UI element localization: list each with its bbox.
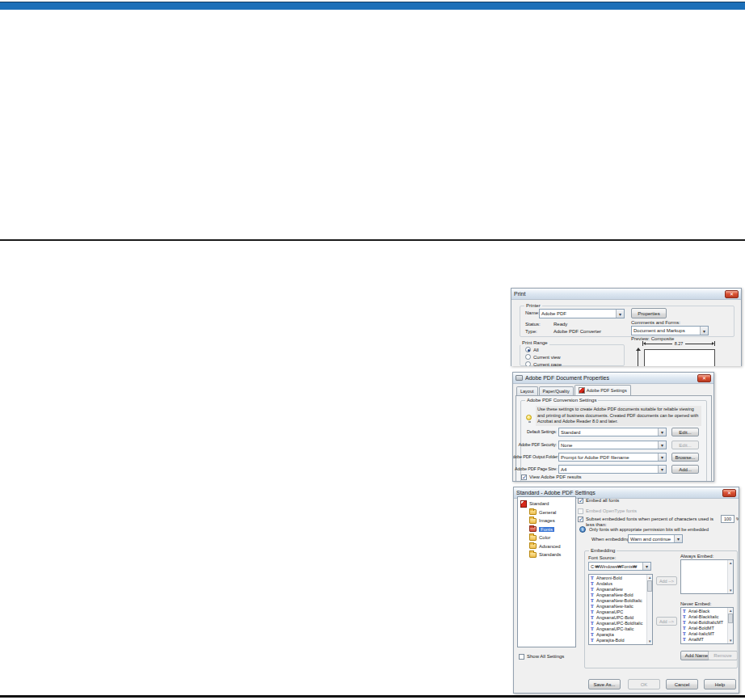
always-embed-list[interactable]	[680, 559, 734, 594]
font-source-select[interactable]: C:₩Windows₩Fonts₩	[588, 562, 651, 571]
add-page-size-button[interactable]: Add...	[671, 465, 699, 474]
font-list-item[interactable]: AngsanaNew-Italic	[589, 604, 646, 609]
always-embed-label: Always Embed:	[680, 554, 713, 559]
truetype-icon	[591, 598, 595, 604]
truetype-icon	[591, 609, 595, 615]
font-list-item[interactable]: AngsanaUPC-Bold	[589, 615, 646, 621]
radio-current-page[interactable]: Current page	[525, 361, 562, 366]
type-label: Type:	[525, 329, 537, 334]
never-embed-item[interactable]: Arial-ItalicMT	[681, 631, 726, 637]
tree-item-standards[interactable]: Standards	[518, 550, 575, 559]
printer-name-select[interactable]: Adobe PDF	[539, 309, 625, 318]
font-list-item[interactable]: Aparajita-Bold	[589, 638, 646, 643]
checkbox-box	[578, 517, 583, 522]
embed-opentype-checkbox[interactable]: Embed OpenType fonts	[578, 508, 637, 514]
when-embedding-label: When embedding	[591, 537, 629, 542]
subset-fonts-checkbox[interactable]: Subset embedded fonts when percent of ch…	[578, 517, 722, 528]
close-icon[interactable]	[697, 374, 711, 382]
truetype-icon	[591, 604, 595, 609]
font-list-item[interactable]: AngsanaUPC-BoldItalic	[589, 621, 646, 626]
font-list-item[interactable]: AngsanaNew	[589, 587, 646, 592]
page-size-select[interactable]: A4	[558, 465, 667, 474]
font-list-item[interactable]: AngsanaUPC	[589, 609, 646, 615]
truetype-icon	[591, 626, 595, 632]
font-list-item[interactable]: AngsanaNew-BoldItalic	[589, 598, 646, 604]
never-embed-item[interactable]: Arial-BoldItalicMT	[681, 620, 726, 626]
tab-paper-quality[interactable]: Paper/Quality	[539, 386, 574, 395]
default-settings-label: Default Settings:	[515, 429, 557, 434]
percent-sign: %	[736, 517, 739, 521]
tab-adobe-pdf-settings[interactable]: Adobe PDF Settings	[575, 385, 631, 395]
subset-percent-input[interactable]: 100	[721, 515, 734, 523]
show-all-settings-checkbox[interactable]: Show All Settings	[519, 654, 564, 660]
truetype-icon	[683, 614, 687, 620]
checkbox-box	[578, 498, 583, 504]
remove-button[interactable]: Remove	[708, 651, 738, 660]
add-to-always-embed-button[interactable]: Add -->	[656, 576, 677, 585]
pdf-security-select[interactable]: None	[558, 441, 667, 449]
add-to-never-embed-button[interactable]: Add -->	[656, 617, 677, 626]
settings-tree: Standard General Images Fonts Color Adva…	[517, 496, 576, 647]
tab-layout[interactable]: Layout	[516, 386, 538, 395]
when-embedding-select[interactable]: Warn and continue	[628, 534, 683, 543]
page-top-accent-bar	[0, 2, 745, 10]
print-dialog-title-bar[interactable]: Print	[511, 289, 741, 300]
scrollbar[interactable]	[646, 575, 652, 644]
properties-title-bar[interactable]: Adobe PDF Document Properties	[513, 373, 713, 384]
truetype-icon	[591, 615, 595, 621]
edit-settings-button[interactable]: Edit...	[671, 428, 699, 436]
font-list-item[interactable]: AngsanaNew-Bold	[589, 592, 646, 598]
folder-icon	[529, 518, 537, 524]
page-width-value: 8.27	[672, 341, 686, 346]
output-folder-select[interactable]: Prompt for Adobe PDF filename	[558, 453, 667, 462]
never-embed-item[interactable]: Arial-BoldMT	[681, 626, 726, 631]
font-list-item[interactable]: Aharoni-Bold	[589, 576, 646, 581]
horizontal-rule	[0, 239, 745, 241]
font-list-item[interactable]: Aparajita	[589, 632, 646, 638]
pdf-settings-file-icon	[520, 500, 527, 508]
embed-all-fonts-checkbox[interactable]: Embed all fonts	[578, 498, 619, 504]
checkbox-box	[578, 508, 583, 514]
type-value: Adobe PDF Converter	[553, 329, 601, 334]
view-results-checkbox[interactable]: View Adobe PDF results	[521, 474, 582, 480]
checkbox-box	[519, 654, 524, 660]
conversion-description: Use these settings to create Adobe PDF d…	[536, 406, 701, 426]
cancel-button[interactable]: Cancel	[666, 679, 698, 689]
browse-button[interactable]: Browse...	[671, 453, 699, 462]
properties-tabs: Layout Paper/Quality Adobe PDF Settings	[516, 385, 632, 395]
tree-item-standard[interactable]: Standard	[518, 500, 575, 508]
never-embed-item[interactable]: Arial-Black	[681, 609, 726, 614]
edit-security-button[interactable]: Edit...	[671, 441, 699, 449]
font-source-list[interactable]: Aharoni-Bold Andalus AngsanaNew AngsanaN…	[588, 574, 653, 645]
font-list-item[interactable]: AngsanaUPC-Italic	[589, 626, 646, 632]
comments-forms-select[interactable]: Document and Markups	[631, 326, 709, 335]
font-source-label: Font Source:	[588, 555, 616, 560]
scrollbar[interactable]	[727, 560, 733, 593]
default-settings-select[interactable]: Standard	[558, 428, 667, 436]
properties-button[interactable]: Properties	[631, 308, 667, 318]
status-value: Ready	[553, 322, 567, 327]
font-list-item[interactable]: Andalus	[589, 581, 646, 587]
radio-current-view[interactable]: Current view	[525, 354, 561, 360]
page-preview	[644, 349, 715, 366]
tree-item-general[interactable]: General	[518, 508, 575, 517]
radio-all[interactable]: All	[525, 347, 539, 352]
tree-item-fonts[interactable]: Fonts	[518, 525, 575, 534]
scrollbar[interactable]	[727, 608, 733, 643]
close-icon[interactable]	[722, 489, 736, 497]
page-height-arrow	[638, 348, 638, 366]
save-as-button[interactable]: Save As...	[588, 679, 621, 689]
tree-item-advanced[interactable]: Advanced	[518, 542, 575, 551]
scrollbar-thumb[interactable]	[728, 614, 733, 623]
document-page: { "page": { "colors": { "top_bar": "#1C6…	[0, 0, 745, 700]
never-embed-item[interactable]: ArialMT	[681, 637, 726, 643]
ok-button[interactable]: OK	[628, 679, 660, 689]
close-icon[interactable]	[725, 290, 739, 298]
scrollbar-thumb[interactable]	[647, 580, 652, 592]
never-embed-list[interactable]: Arial-Black Arial-BlackItalic Arial-Bold…	[680, 607, 734, 644]
tree-item-images[interactable]: Images	[518, 517, 575, 525]
tree-item-color[interactable]: Color	[518, 533, 575, 542]
truetype-icon	[591, 576, 595, 581]
help-button[interactable]: Help	[704, 679, 736, 689]
never-embed-item[interactable]: Arial-BlackItalic	[681, 614, 726, 620]
